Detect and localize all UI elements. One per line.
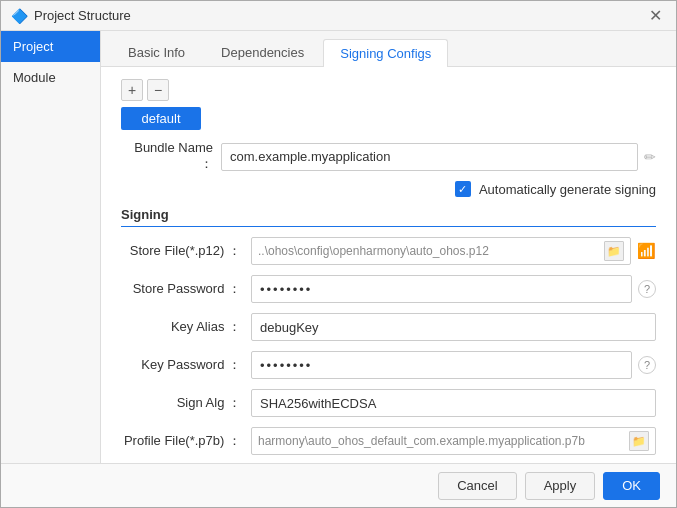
key-alias-field (251, 313, 656, 341)
sidebar-item-project[interactable]: Project (1, 31, 100, 62)
ok-button[interactable]: OK (603, 472, 660, 500)
bundle-name-field: ✏ (221, 143, 656, 171)
sign-alg-input[interactable] (251, 389, 656, 417)
key-alias-input[interactable] (251, 313, 656, 341)
tab-signing-configs[interactable]: Signing Configs (323, 39, 448, 67)
key-password-field: ? (251, 351, 656, 379)
app-icon: 🔷 (11, 8, 28, 24)
bundle-name-row: Bundle Name ： ✏ (121, 140, 656, 173)
store-file-row: Store File(*.p12) ： ..\ohos\config\openh… (121, 237, 656, 265)
project-structure-dialog: 🔷 Project Structure ✕ Project Module Bas… (0, 0, 677, 508)
tab-bar: Basic Info Dependencies Signing Configs (101, 31, 676, 67)
store-password-help-icon[interactable]: ? (638, 280, 656, 298)
close-button[interactable]: ✕ (645, 6, 666, 26)
sign-alg-label: Sign Alg ： (121, 394, 251, 412)
key-alias-label: Key Alias ： (121, 318, 251, 336)
auto-sign-checkbox[interactable]: ✓ (455, 181, 471, 197)
config-list-header: + − (121, 79, 656, 101)
store-file-path: ..\ohos\config\openharmony\auto_ohos.p12 (258, 244, 600, 258)
store-file-input-wrap: ..\ohos\config\openharmony\auto_ohos.p12… (251, 237, 631, 265)
sidebar: Project Module (1, 31, 101, 463)
main-content: Project Module Basic Info Dependencies S… (1, 31, 676, 463)
store-password-field: ? (251, 275, 656, 303)
panel-body: + − default Bundle Name ： ✏ ✓ Automatica… (101, 67, 676, 463)
profile-file-input-wrap: harmony\auto_ohos_default_com.example.my… (251, 427, 656, 455)
dialog-title: Project Structure (34, 8, 645, 23)
store-password-row: Store Password ： ? (121, 275, 656, 303)
add-config-button[interactable]: + (121, 79, 143, 101)
auto-sign-label: Automatically generate signing (479, 182, 656, 197)
store-file-field: ..\ohos\config\openharmony\auto_ohos.p12… (251, 237, 656, 265)
cancel-button[interactable]: Cancel (438, 472, 516, 500)
profile-file-row: Profile File(*.p7b) ： harmony\auto_ohos_… (121, 427, 656, 455)
auto-sign-row: ✓ Automatically generate signing (121, 181, 656, 197)
bundle-edit-icon[interactable]: ✏ (644, 149, 656, 165)
profile-file-field: harmony\auto_ohos_default_com.example.my… (251, 427, 656, 455)
key-password-label: Key Password ： (121, 356, 251, 374)
sign-alg-field (251, 389, 656, 417)
key-password-help-icon[interactable]: ? (638, 356, 656, 374)
remove-config-button[interactable]: − (147, 79, 169, 101)
bundle-name-label: Bundle Name ： (121, 140, 221, 173)
profile-file-path: harmony\auto_ohos_default_com.example.my… (258, 434, 625, 448)
store-file-browse-button[interactable]: 📁 (604, 241, 624, 261)
dialog-footer: Cancel Apply OK (1, 463, 676, 507)
tab-basic-info[interactable]: Basic Info (111, 38, 202, 66)
store-file-wifi-icon[interactable]: 📶 (637, 242, 656, 260)
right-panel: Basic Info Dependencies Signing Configs … (101, 31, 676, 463)
sign-alg-row: Sign Alg ： (121, 389, 656, 417)
key-password-row: Key Password ： ? (121, 351, 656, 379)
profile-file-browse-button[interactable]: 📁 (629, 431, 649, 451)
store-file-label: Store File(*.p12) ： (121, 242, 251, 260)
apply-button[interactable]: Apply (525, 472, 596, 500)
title-bar: 🔷 Project Structure ✕ (1, 1, 676, 31)
signing-section-title: Signing (121, 207, 656, 227)
sidebar-item-module[interactable]: Module (1, 62, 100, 93)
profile-file-label: Profile File(*.p7b) ： (121, 432, 251, 450)
store-password-input[interactable] (251, 275, 632, 303)
key-alias-row: Key Alias ： (121, 313, 656, 341)
bundle-name-input[interactable] (221, 143, 638, 171)
config-item-default[interactable]: default (121, 107, 201, 130)
store-password-label: Store Password ： (121, 280, 251, 298)
key-password-input[interactable] (251, 351, 632, 379)
tab-dependencies[interactable]: Dependencies (204, 38, 321, 66)
